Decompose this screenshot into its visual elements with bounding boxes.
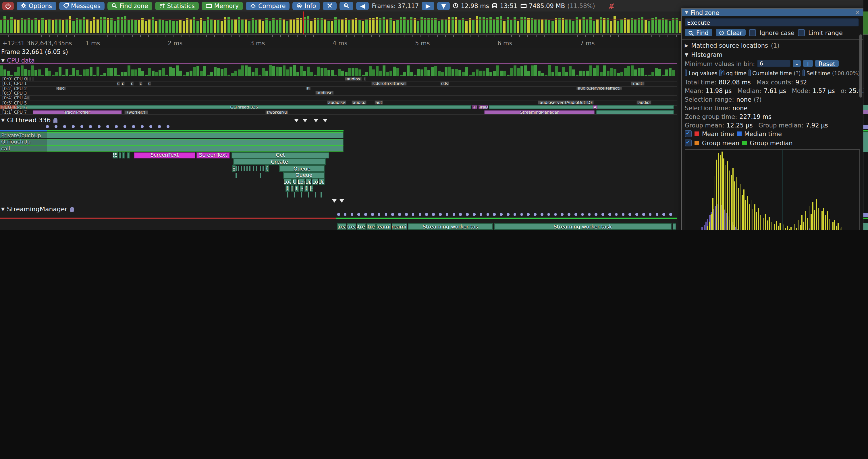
- frame-bar[interactable]: [662, 19, 664, 33]
- frame-bar[interactable]: [617, 21, 619, 33]
- frame-bar[interactable]: [496, 17, 499, 33]
- frame-bar[interactable]: [59, 19, 61, 33]
- frame-bar[interactable]: [562, 19, 564, 33]
- frame-bar[interactable]: [0, 20, 2, 33]
- frame-bar[interactable]: [359, 20, 361, 33]
- frame-bar[interactable]: [320, 18, 323, 33]
- collapse-icon[interactable]: ▼: [1, 58, 5, 63]
- frame-bar[interactable]: [441, 20, 443, 33]
- cpu-zone-chip[interactable]: kworker/u: [266, 110, 288, 114]
- frame-bar[interactable]: [610, 21, 612, 33]
- zone-bar[interactable]: [127, 152, 130, 159]
- frame-bar[interactable]: [493, 19, 495, 33]
- collapsed-zone-marker[interactable]: [340, 199, 344, 203]
- message-dot[interactable]: [378, 213, 380, 216]
- frame-bar[interactable]: [17, 20, 20, 33]
- frame-bar[interactable]: [114, 21, 116, 33]
- frame-bar[interactable]: [627, 19, 629, 33]
- message-dot[interactable]: [405, 213, 408, 216]
- frame-bar[interactable]: [421, 18, 423, 33]
- frame-bar[interactable]: [107, 19, 109, 33]
- frame-bar[interactable]: [445, 19, 447, 33]
- frame-bar[interactable]: [314, 18, 316, 33]
- message-dot[interactable]: [548, 213, 550, 216]
- frame-bar[interactable]: [52, 20, 54, 33]
- frame-bar[interactable]: [351, 19, 354, 33]
- cpu-zone-chip[interactable]: audio se: [327, 100, 346, 104]
- frame-bar[interactable]: [510, 20, 513, 33]
- zone-bar[interactable]: U: [292, 178, 297, 185]
- message-dot[interactable]: [412, 213, 414, 216]
- zone-bar[interactable]: ScreenText: [196, 152, 230, 159]
- cpu-zone-chip[interactable]: mi..t: [631, 81, 645, 86]
- frame-bar[interactable]: [172, 21, 175, 33]
- zone-bar[interactable]: [673, 223, 676, 230]
- cpu-zone-chip[interactable]: [32, 77, 34, 81]
- frame-bar[interactable]: [28, 19, 30, 33]
- ignore-case-checkbox[interactable]: [749, 29, 756, 36]
- zoom-search-button[interactable]: [340, 1, 353, 10]
- cpu-zone-chip[interactable]: audio: [637, 100, 651, 104]
- message-dot[interactable]: [384, 213, 387, 216]
- frame-bar[interactable]: [155, 21, 157, 33]
- message-dot[interactable]: [473, 213, 475, 216]
- message-dot[interactable]: [534, 213, 536, 216]
- frame-bar[interactable]: [390, 18, 392, 33]
- frame-bar[interactable]: [538, 19, 540, 33]
- cpu-zone-chip[interactable]: StreamingManager: [484, 110, 595, 114]
- frame-bar[interactable]: [527, 19, 530, 33]
- frame-bar[interactable]: [269, 21, 271, 33]
- frame-bar[interactable]: [341, 19, 343, 33]
- frame-bar[interactable]: [279, 18, 281, 33]
- cpu-zone-chip[interactable]: GLThread 336: [17, 105, 471, 109]
- frame-bar[interactable]: [138, 20, 140, 33]
- frame-bar[interactable]: [258, 19, 261, 33]
- message-dot[interactable]: [55, 125, 57, 128]
- message-dot[interactable]: [588, 213, 591, 216]
- frame-bar[interactable]: [65, 20, 68, 33]
- cpu-zone-chip[interactable]: c: [117, 81, 120, 86]
- increment-button[interactable]: +: [803, 60, 813, 67]
- tools-button[interactable]: [323, 1, 337, 10]
- frame-bar[interactable]: [127, 20, 130, 33]
- cpu-zone-chip[interactable]: c: [121, 81, 125, 86]
- zone-bar[interactable]: (: [295, 186, 299, 192]
- frame-bar[interactable]: [24, 19, 26, 33]
- frame-bar[interactable]: [145, 21, 147, 33]
- message-dot[interactable]: [89, 125, 92, 128]
- collapsed-zone-marker[interactable]: [294, 119, 299, 122]
- zone-bar[interactable]: |~: [300, 186, 303, 192]
- frame-bar[interactable]: [196, 21, 199, 33]
- find-button[interactable]: Find: [685, 29, 712, 36]
- frame-bar[interactable]: [624, 19, 626, 33]
- frame-bar[interactable]: [217, 21, 219, 33]
- message-dot[interactable]: [493, 213, 496, 216]
- zone-bar[interactable]: PrivateTouchUp: [0, 132, 343, 138]
- frame-bar[interactable]: [600, 17, 602, 33]
- zone-bar[interactable]: !S: [113, 152, 118, 159]
- zone-bar[interactable]: Lo: [312, 178, 318, 185]
- zone-bar[interactable]: Up: [306, 178, 311, 185]
- decrement-button[interactable]: -: [793, 60, 801, 67]
- frame-bar[interactable]: [283, 20, 285, 33]
- message-dot[interactable]: [392, 213, 394, 216]
- frame-bar[interactable]: [183, 21, 185, 33]
- message-dot[interactable]: [63, 125, 66, 128]
- compare-button[interactable]: Compare: [246, 1, 289, 10]
- glthread-header[interactable]: ▼GLThread 336: [1, 117, 58, 124]
- cpu-zone-chip[interactable]: audio.service (effect): [576, 86, 622, 90]
- zone-bar[interactable]: Streaming: [392, 223, 407, 230]
- frame-bar[interactable]: [324, 20, 326, 33]
- frame-bar[interactable]: [431, 19, 433, 33]
- frame-bar[interactable]: [541, 20, 544, 33]
- zone-bar[interactable]: [122, 152, 125, 159]
- cpu-zone-chip[interactable]: [596, 110, 674, 114]
- frame-bar[interactable]: [34, 18, 37, 33]
- message-dot[interactable]: [81, 125, 83, 128]
- message-dot[interactable]: [575, 213, 577, 216]
- message-dot[interactable]: [636, 213, 638, 216]
- expand-icon[interactable]: ▶: [685, 43, 688, 48]
- frame-bar[interactable]: [276, 20, 278, 33]
- frame-bar[interactable]: [607, 19, 609, 33]
- frame-bar[interactable]: [369, 18, 371, 33]
